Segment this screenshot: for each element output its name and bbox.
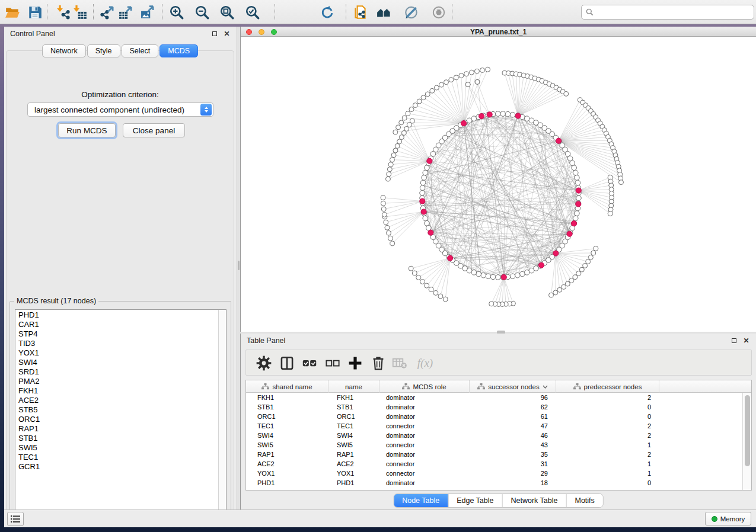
network-node[interactable] [388, 236, 393, 241]
network-node[interactable] [464, 72, 469, 76]
network-node[interactable] [575, 175, 580, 181]
network-node[interactable] [420, 279, 425, 284]
cell-predecessor-nodes[interactable]: 1 [556, 469, 659, 478]
cell-successor-nodes[interactable]: 35 [470, 450, 556, 459]
tab-mcds[interactable]: MCDS [160, 44, 198, 57]
table-row[interactable]: ACE2ACE2connector311 [246, 459, 742, 469]
network-node[interactable] [557, 287, 562, 292]
save-session-button[interactable] [26, 4, 44, 21]
network-node[interactable] [572, 165, 577, 171]
cell-predecessor-nodes[interactable]: 1 [556, 459, 659, 469]
network-node[interactable] [406, 111, 410, 116]
network-node[interactable] [388, 162, 393, 167]
network-node[interactable] [409, 107, 414, 112]
float-table-panel-button[interactable] [730, 336, 738, 344]
cell-successor-nodes[interactable]: 46 [470, 431, 556, 440]
network-node[interactable] [476, 271, 481, 277]
new-network-from-selection-button[interactable] [352, 4, 369, 21]
mcds-result-item[interactable]: SRD1 [15, 367, 218, 377]
table-row[interactable]: SWI4SWI4dominator462 [246, 431, 742, 440]
node-table[interactable]: shared namenameMCDS rolesuccessor nodesp… [245, 380, 752, 491]
cell-mcds-role[interactable]: dominator [379, 412, 470, 421]
mcds-result-item[interactable]: TID3 [15, 339, 218, 348]
cell-shared-name[interactable]: TEC1 [246, 421, 328, 431]
deselect-all-button[interactable] [325, 356, 340, 370]
cell-successor-nodes[interactable]: 18 [470, 478, 556, 488]
cell-predecessor-nodes[interactable]: 2 [556, 421, 659, 431]
close-mcds-panel-button[interactable]: Close panel [123, 123, 185, 137]
dominator-node[interactable] [553, 251, 559, 256]
network-node[interactable] [471, 116, 477, 121]
cell-successor-nodes[interactable]: 61 [470, 412, 556, 421]
task-history-button[interactable] [7, 512, 24, 526]
network-node[interactable] [425, 92, 430, 97]
network-node[interactable] [381, 196, 385, 200]
tab-node-table[interactable]: Node Table [394, 494, 448, 507]
network-node[interactable] [420, 180, 426, 185]
cell-name[interactable]: SWI4 [328, 431, 379, 440]
network-node[interactable] [416, 275, 421, 280]
delete-table-button[interactable] [392, 356, 407, 370]
mcds-result-list[interactable]: PHD1CAR1STP4TID3YOX1SWI4SRD1PMA2FKH1ACE2… [15, 309, 227, 517]
tab-select[interactable]: Select [122, 44, 159, 57]
scrollbar-thumb[interactable] [745, 395, 750, 466]
network-node[interactable] [421, 95, 426, 100]
cell-successor-nodes[interactable]: 96 [470, 393, 556, 402]
network-node[interactable] [515, 273, 520, 278]
dominator-node[interactable] [538, 262, 544, 268]
dominator-node[interactable] [448, 255, 453, 261]
network-node[interactable] [425, 220, 430, 226]
import-table-button[interactable] [71, 4, 89, 21]
mcds-result-item[interactable]: STB5 [15, 405, 218, 415]
network-node[interactable] [474, 69, 479, 73]
cell-mcds-role[interactable]: dominator [379, 402, 470, 412]
cell-mcds-role[interactable]: connector [379, 459, 470, 469]
tab-network[interactable]: Network [42, 44, 86, 57]
run-mcds-button[interactable]: Run MCDS [58, 123, 116, 137]
table-row[interactable]: ORC1ORC1dominator610 [246, 412, 742, 421]
network-node[interactable] [430, 88, 435, 93]
table-row[interactable]: STB1STB1dominator620 [246, 402, 742, 412]
network-node[interactable] [412, 271, 417, 275]
dominator-node[interactable] [479, 113, 484, 118]
list-scrollbar[interactable] [218, 310, 226, 516]
cell-mcds-role[interactable]: connector [379, 421, 470, 431]
network-node[interactable] [505, 111, 511, 117]
export-network-button[interactable] [99, 4, 117, 21]
select-all-button[interactable] [302, 356, 317, 370]
network-node[interactable] [500, 111, 506, 117]
network-node[interactable] [409, 266, 413, 271]
mcds-result-item[interactable]: STB1 [15, 434, 218, 443]
cell-successor-nodes[interactable]: 47 [470, 421, 556, 431]
cell-predecessor-nodes[interactable]: 2 [556, 450, 659, 459]
first-neighbors-button[interactable] [375, 4, 393, 21]
cell-name[interactable]: TEC1 [328, 421, 379, 431]
table-options-button[interactable] [256, 356, 272, 370]
dominator-node[interactable] [576, 188, 581, 193]
network-node[interactable] [385, 177, 390, 181]
function-builder-button[interactable]: f(x) [413, 356, 437, 370]
network-node[interactable] [423, 216, 428, 221]
network-node[interactable] [444, 80, 448, 85]
network-node[interactable] [576, 196, 582, 201]
network-node[interactable] [434, 85, 439, 90]
network-node[interactable] [586, 259, 591, 264]
network-node[interactable] [475, 79, 480, 84]
column-header-mcds-role[interactable]: MCDS role [379, 380, 470, 393]
network-node[interactable] [438, 294, 443, 299]
cell-shared-name[interactable]: YOX1 [246, 469, 328, 478]
network-node[interactable] [399, 120, 404, 125]
network-node[interactable] [413, 103, 417, 108]
mcds-result-item[interactable]: RAP1 [15, 424, 218, 434]
network-node[interactable] [443, 297, 448, 302]
cell-shared-name[interactable]: SWI4 [246, 431, 328, 440]
dominator-node[interactable] [515, 113, 521, 118]
close-panel-button[interactable]: ✕ [223, 30, 231, 37]
network-node[interactable] [420, 185, 425, 191]
network-canvas[interactable] [241, 37, 756, 332]
network-node[interactable] [420, 190, 425, 196]
network-node[interactable] [489, 302, 494, 306]
cell-mcds-role[interactable]: connector [379, 440, 470, 450]
cell-mcds-role[interactable]: dominator [379, 478, 470, 488]
network-node[interactable] [583, 263, 588, 268]
